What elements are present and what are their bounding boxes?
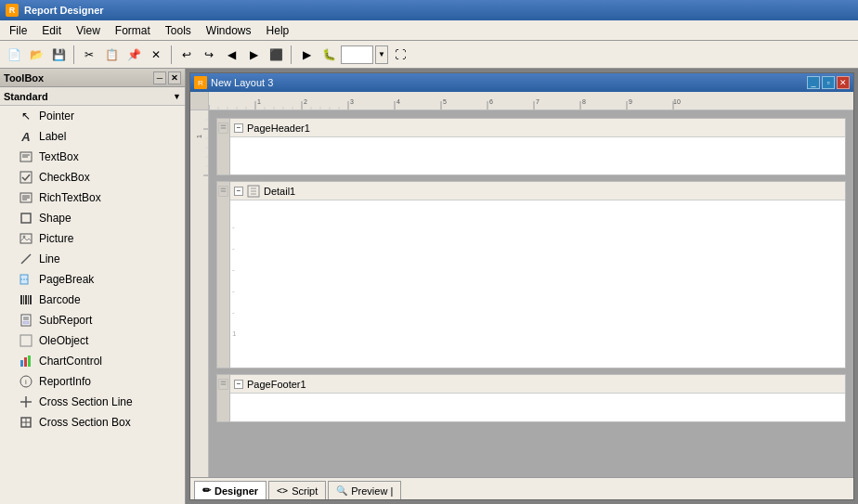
toolbox-title: ToolBox xyxy=(4,72,44,84)
toolbox-close[interactable]: ✕ xyxy=(168,71,181,84)
menu-windows[interactable]: Windows xyxy=(199,20,259,40)
richtextbox-icon xyxy=(19,190,33,205)
zoom-input[interactable]: 100 xyxy=(341,45,373,64)
menu-edit[interactable]: Edit xyxy=(34,20,69,40)
toolbar-back[interactable]: ◀ xyxy=(221,45,241,65)
toolbox-item-reportinfo[interactable]: i ReportInfo xyxy=(0,371,185,392)
toolbox-item-cross-section-box[interactable]: Cross Section Box xyxy=(0,412,185,433)
toolbar-delete[interactable]: ✕ xyxy=(146,45,166,65)
toolbar-redo[interactable]: ↪ xyxy=(199,45,219,65)
mdi-app-icon: R xyxy=(194,76,207,89)
mdi-close-btn[interactable]: ✕ xyxy=(837,76,850,89)
menu-view[interactable]: View xyxy=(69,20,108,40)
designer-area: 1 2 3 4 5 6 xyxy=(190,92,853,477)
main-layout: ToolBox ─ ✕ Standard ▼ ↖ Pointer A Label xyxy=(0,69,858,504)
cross-section-box-icon xyxy=(19,415,33,430)
svg-rect-26 xyxy=(28,355,31,367)
toolbox-item-pointer[interactable]: ↖ Pointer xyxy=(0,106,185,126)
toolbox-item-subreport[interactable]: SubReport xyxy=(0,310,185,330)
toolbar-stop[interactable]: ⬛ xyxy=(266,45,286,65)
svg-text:1: 1 xyxy=(196,135,202,138)
svg-text:7: 7 xyxy=(536,98,540,105)
mdi-title-left: R New Layout 3 xyxy=(194,76,273,89)
toolbar-sep2 xyxy=(171,45,172,64)
band-body-detail: - - - - - 1 xyxy=(230,200,845,368)
band-header-pageheader: − PageHeader1 xyxy=(230,119,845,137)
toolbar-save[interactable]: 💾 xyxy=(48,45,69,65)
toolbox-item-chartcontrol[interactable]: ChartControl xyxy=(0,351,185,371)
cross-section-line-icon xyxy=(19,394,33,409)
chartcontrol-icon xyxy=(19,354,33,368)
content-area: R New Layout 3 _ ▫ ✕ xyxy=(186,69,858,504)
band-handle-detail[interactable] xyxy=(216,181,229,368)
toolbox-item-label: Picture xyxy=(39,232,73,245)
toolbox-item-line[interactable]: Line xyxy=(0,249,185,269)
toolbar-paste[interactable]: 📌 xyxy=(124,45,144,65)
toolbox-section-header[interactable]: Standard ▼ xyxy=(0,87,185,106)
toolbar-cut[interactable]: ✂ xyxy=(79,45,99,65)
band-handle-header[interactable] xyxy=(216,118,229,175)
toolbox-item-label: Cross Section Line xyxy=(39,395,133,408)
toolbox-item-oleobject[interactable]: OleObject xyxy=(0,330,185,351)
toolbox-item-picture[interactable]: Picture xyxy=(0,228,185,249)
toolbox-item-cross-section-line[interactable]: Cross Section Line xyxy=(0,392,185,412)
toolbox-item-label: Label xyxy=(39,130,66,143)
mdi-minimize-btn[interactable]: _ xyxy=(807,76,820,89)
zoom-dropdown[interactable]: ▼ xyxy=(375,45,388,64)
pointer-icon: ↖ xyxy=(19,109,33,123)
menu-format[interactable]: Format xyxy=(108,20,158,40)
band-title-footer: PageFooter1 xyxy=(247,379,306,390)
menu-file[interactable]: File xyxy=(2,20,34,40)
toolbar-sep3 xyxy=(291,45,292,64)
tab-designer[interactable]: ✏ Designer xyxy=(194,481,266,499)
tab-preview[interactable]: 🔍 Preview | xyxy=(328,481,401,499)
svg-rect-9 xyxy=(20,234,32,243)
toolbox: ToolBox ─ ✕ Standard ▼ ↖ Pointer A Label xyxy=(0,69,186,504)
toolbox-item-richtextbox[interactable]: RichTextBox xyxy=(0,187,185,208)
toolbar-fwd[interactable]: ▶ xyxy=(243,45,264,65)
toolbox-item-label[interactable]: A Label xyxy=(0,126,185,147)
mdi-window: R New Layout 3 _ ▫ ✕ xyxy=(189,72,854,500)
menu-tools[interactable]: Tools xyxy=(158,20,199,40)
toolbox-item-shape[interactable]: Shape xyxy=(0,208,185,228)
toolbox-item-label: Shape xyxy=(39,212,72,225)
ruler-left: 1 xyxy=(190,110,209,477)
band-expand-footer[interactable]: − xyxy=(234,380,243,389)
toolbox-section-label: Standard xyxy=(4,91,48,102)
mdi-restore-btn[interactable]: ▫ xyxy=(822,76,835,89)
band-title-pageheader: PageHeader1 xyxy=(247,123,310,134)
toolbox-item-textbox[interactable]: TextBox xyxy=(0,147,185,167)
canvas-wrapper[interactable]: − PageHeader1 xyxy=(209,110,853,477)
tab-script[interactable]: <> Script xyxy=(268,481,326,499)
toolbar-run[interactable]: ▶ xyxy=(296,45,317,65)
textbox-icon xyxy=(19,149,33,164)
band-handle-icon-footer xyxy=(217,377,229,392)
toolbox-item-checkbox[interactable]: CheckBox xyxy=(0,167,185,187)
toolbox-item-barcode[interactable]: Barcode xyxy=(0,290,185,310)
toolbar-open[interactable]: 📂 xyxy=(26,45,46,65)
band-handle-footer[interactable] xyxy=(216,374,229,422)
toolbox-section-arrow[interactable]: ▼ xyxy=(173,92,181,101)
svg-rect-17 xyxy=(28,295,29,304)
band-expand-pageheader[interactable]: − xyxy=(234,123,243,133)
band-detail: − Detail1 - - xyxy=(216,181,846,374)
toolbar-zoom-fit[interactable]: ⛶ xyxy=(390,45,410,65)
ruler-corner xyxy=(190,92,209,110)
toolbox-item-label: OleObject xyxy=(39,334,88,347)
svg-text:2: 2 xyxy=(304,98,307,105)
toolbox-item-pagebreak[interactable]: PageBreak xyxy=(0,269,185,290)
svg-rect-3 xyxy=(20,172,32,183)
svg-text:9: 9 xyxy=(629,98,632,105)
toolbar-copy[interactable]: 📋 xyxy=(101,45,122,65)
canvas-bottom-gray xyxy=(216,428,846,477)
toolbar-debug[interactable]: 🐛 xyxy=(318,45,339,65)
band-expand-detail[interactable]: − xyxy=(234,187,243,196)
toolbar-undo[interactable]: ↩ xyxy=(176,45,197,65)
toolbox-item-label: TextBox xyxy=(39,150,79,163)
menu-help[interactable]: Help xyxy=(259,20,297,40)
title-bar: R Report Designer xyxy=(0,0,858,20)
svg-line-11 xyxy=(21,254,31,264)
toolbox-header: ToolBox ─ ✕ xyxy=(0,69,185,87)
toolbar-new[interactable]: 📄 xyxy=(4,45,24,65)
toolbox-pin[interactable]: ─ xyxy=(153,71,166,84)
